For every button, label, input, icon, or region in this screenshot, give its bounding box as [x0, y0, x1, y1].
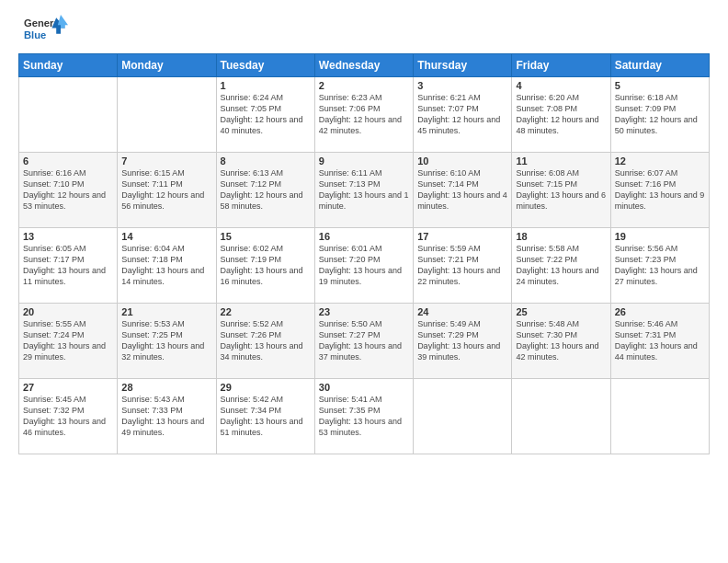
day-cell: 3Sunrise: 6:21 AM Sunset: 7:07 PM Daylig… — [414, 77, 512, 153]
day-cell: 10Sunrise: 6:10 AM Sunset: 7:14 PM Dayli… — [414, 153, 512, 228]
day-number: 11 — [516, 155, 606, 167]
day-info: Sunrise: 5:55 AM Sunset: 7:24 PM Dayligh… — [23, 318, 113, 363]
day-number: 4 — [516, 80, 606, 91]
day-number: 26 — [615, 306, 705, 317]
day-info: Sunrise: 5:52 AM Sunset: 7:26 PM Dayligh… — [221, 318, 311, 363]
day-info: Sunrise: 6:20 AM Sunset: 7:08 PM Dayligh… — [516, 92, 606, 137]
day-number: 2 — [319, 80, 409, 91]
day-number: 5 — [615, 80, 705, 91]
day-cell — [414, 379, 512, 454]
logo: GeneralBlue — [18, 15, 74, 44]
day-cell: 30Sunrise: 5:41 AM Sunset: 7:35 PM Dayli… — [314, 379, 413, 454]
day-number: 8 — [221, 155, 311, 167]
day-info: Sunrise: 6:13 AM Sunset: 7:12 PM Dayligh… — [221, 167, 311, 213]
day-cell: 24Sunrise: 5:49 AM Sunset: 7:29 PM Dayli… — [414, 304, 512, 379]
day-cell: 18Sunrise: 5:58 AM Sunset: 7:22 PM Dayli… — [512, 228, 610, 304]
day-cell: 22Sunrise: 5:52 AM Sunset: 7:26 PM Dayli… — [216, 304, 314, 379]
day-number: 28 — [121, 382, 211, 393]
week-row-4: 20Sunrise: 5:55 AM Sunset: 7:24 PM Dayli… — [19, 304, 710, 379]
day-info: Sunrise: 5:58 AM Sunset: 7:22 PM Dayligh… — [516, 243, 606, 288]
day-info: Sunrise: 5:45 AM Sunset: 7:32 PM Dayligh… — [23, 394, 113, 439]
day-number: 23 — [319, 306, 409, 317]
day-info: Sunrise: 6:10 AM Sunset: 7:14 PM Dayligh… — [417, 167, 507, 213]
calendar-table: Sunday Monday Tuesday Wednesday Thursday… — [18, 53, 710, 454]
day-number: 10 — [417, 155, 507, 167]
day-cell: 13Sunrise: 6:05 AM Sunset: 7:17 PM Dayli… — [19, 228, 118, 304]
day-cell: 19Sunrise: 5:56 AM Sunset: 7:23 PM Dayli… — [610, 228, 709, 304]
col-saturday: Saturday — [610, 54, 709, 77]
day-info: Sunrise: 6:05 AM Sunset: 7:17 PM Dayligh… — [23, 243, 113, 288]
day-number: 27 — [23, 382, 113, 393]
day-number: 17 — [417, 231, 507, 242]
day-cell — [512, 379, 610, 454]
week-row-5: 27Sunrise: 5:45 AM Sunset: 7:32 PM Dayli… — [19, 379, 710, 454]
day-cell — [19, 77, 118, 153]
day-cell: 29Sunrise: 5:42 AM Sunset: 7:34 PM Dayli… — [216, 379, 314, 454]
day-number: 20 — [23, 306, 113, 317]
day-info: Sunrise: 5:53 AM Sunset: 7:25 PM Dayligh… — [121, 318, 211, 363]
week-row-2: 6Sunrise: 6:16 AM Sunset: 7:10 PM Daylig… — [19, 153, 710, 228]
col-tuesday: Tuesday — [216, 54, 314, 77]
day-cell: 20Sunrise: 5:55 AM Sunset: 7:24 PM Dayli… — [19, 304, 118, 379]
day-number: 7 — [121, 155, 211, 167]
calendar-header: Sunday Monday Tuesday Wednesday Thursday… — [19, 54, 710, 77]
day-cell: 12Sunrise: 6:07 AM Sunset: 7:16 PM Dayli… — [610, 153, 709, 228]
day-number: 24 — [417, 306, 507, 317]
week-row-1: 1Sunrise: 6:24 AM Sunset: 7:05 PM Daylig… — [19, 77, 710, 153]
day-number: 12 — [615, 155, 705, 167]
day-info: Sunrise: 6:11 AM Sunset: 7:13 PM Dayligh… — [319, 167, 409, 213]
day-info: Sunrise: 5:46 AM Sunset: 7:31 PM Dayligh… — [615, 318, 705, 363]
col-sunday: Sunday — [19, 54, 118, 77]
day-info: Sunrise: 6:01 AM Sunset: 7:20 PM Dayligh… — [319, 243, 409, 288]
day-number: 19 — [615, 231, 705, 242]
day-cell — [118, 77, 216, 153]
day-number: 6 — [23, 155, 113, 167]
day-cell: 5Sunrise: 6:18 AM Sunset: 7:09 PM Daylig… — [610, 77, 709, 153]
day-cell: 15Sunrise: 6:02 AM Sunset: 7:19 PM Dayli… — [216, 228, 314, 304]
header: GeneralBlue — [18, 15, 710, 44]
day-info: Sunrise: 6:23 AM Sunset: 7:06 PM Dayligh… — [319, 92, 409, 137]
day-number: 30 — [319, 382, 409, 393]
day-info: Sunrise: 6:15 AM Sunset: 7:11 PM Dayligh… — [121, 167, 211, 213]
day-info: Sunrise: 6:08 AM Sunset: 7:15 PM Dayligh… — [516, 167, 606, 213]
col-wednesday: Wednesday — [314, 54, 413, 77]
day-cell: 6Sunrise: 6:16 AM Sunset: 7:10 PM Daylig… — [19, 153, 118, 228]
calendar-body: 1Sunrise: 6:24 AM Sunset: 7:05 PM Daylig… — [19, 77, 710, 454]
logo-icon: GeneralBlue — [18, 15, 74, 44]
svg-text:Blue: Blue — [24, 29, 46, 40]
col-monday: Monday — [118, 54, 216, 77]
day-number: 14 — [121, 231, 211, 242]
day-cell — [610, 379, 709, 454]
day-cell: 17Sunrise: 5:59 AM Sunset: 7:21 PM Dayli… — [414, 228, 512, 304]
day-info: Sunrise: 5:42 AM Sunset: 7:34 PM Dayligh… — [221, 394, 311, 439]
day-cell: 1Sunrise: 6:24 AM Sunset: 7:05 PM Daylig… — [216, 77, 314, 153]
day-info: Sunrise: 6:21 AM Sunset: 7:07 PM Dayligh… — [417, 92, 507, 137]
day-info: Sunrise: 6:16 AM Sunset: 7:10 PM Dayligh… — [23, 167, 113, 213]
col-thursday: Thursday — [414, 54, 512, 77]
day-cell: 2Sunrise: 6:23 AM Sunset: 7:06 PM Daylig… — [314, 77, 413, 153]
day-cell: 9Sunrise: 6:11 AM Sunset: 7:13 PM Daylig… — [314, 153, 413, 228]
day-number: 22 — [221, 306, 311, 317]
day-cell: 23Sunrise: 5:50 AM Sunset: 7:27 PM Dayli… — [314, 304, 413, 379]
page: GeneralBlue Sunday Monday Tuesday Wednes… — [0, 0, 728, 563]
day-info: Sunrise: 5:49 AM Sunset: 7:29 PM Dayligh… — [417, 318, 507, 363]
day-cell: 14Sunrise: 6:04 AM Sunset: 7:18 PM Dayli… — [118, 228, 216, 304]
day-info: Sunrise: 6:04 AM Sunset: 7:18 PM Dayligh… — [121, 243, 211, 288]
day-number: 1 — [221, 80, 311, 91]
day-info: Sunrise: 5:56 AM Sunset: 7:23 PM Dayligh… — [615, 243, 705, 288]
day-number: 15 — [221, 231, 311, 242]
day-cell: 11Sunrise: 6:08 AM Sunset: 7:15 PM Dayli… — [512, 153, 610, 228]
day-info: Sunrise: 6:02 AM Sunset: 7:19 PM Dayligh… — [221, 243, 311, 288]
day-info: Sunrise: 5:59 AM Sunset: 7:21 PM Dayligh… — [417, 243, 507, 288]
day-cell: 26Sunrise: 5:46 AM Sunset: 7:31 PM Dayli… — [610, 304, 709, 379]
day-cell: 16Sunrise: 6:01 AM Sunset: 7:20 PM Dayli… — [314, 228, 413, 304]
day-info: Sunrise: 5:48 AM Sunset: 7:30 PM Dayligh… — [516, 318, 606, 363]
day-cell: 27Sunrise: 5:45 AM Sunset: 7:32 PM Dayli… — [19, 379, 118, 454]
week-row-3: 13Sunrise: 6:05 AM Sunset: 7:17 PM Dayli… — [19, 228, 710, 304]
weekday-row: Sunday Monday Tuesday Wednesday Thursday… — [19, 54, 710, 77]
day-cell: 25Sunrise: 5:48 AM Sunset: 7:30 PM Dayli… — [512, 304, 610, 379]
day-number: 3 — [417, 80, 507, 91]
day-info: Sunrise: 5:43 AM Sunset: 7:33 PM Dayligh… — [121, 394, 211, 439]
day-number: 18 — [516, 231, 606, 242]
day-number: 29 — [221, 382, 311, 393]
